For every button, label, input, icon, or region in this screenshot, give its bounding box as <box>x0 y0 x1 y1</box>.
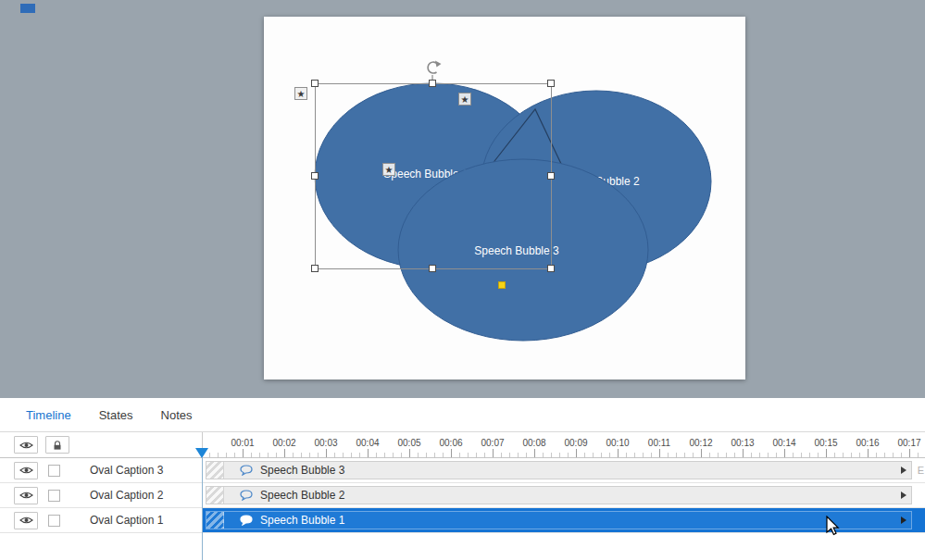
ruler-label: 00:06 <box>439 438 462 448</box>
corner-artifact <box>20 4 35 13</box>
adjust-handle[interactable] <box>499 282 506 289</box>
canvas-area[interactable]: Speech Bubble 1 Speech Bubble 2 Speech B… <box>0 0 925 398</box>
bar-end-arrow-icon[interactable] <box>901 516 906 524</box>
animation-star-icon[interactable]: ★ <box>295 88 307 100</box>
slide[interactable]: Speech Bubble 1 Speech Bubble 2 Speech B… <box>264 17 745 380</box>
row-left-oval-caption-1: Oval Caption 1 <box>0 508 202 532</box>
resize-handle-sw[interactable] <box>312 266 319 272</box>
resize-handle-ne[interactable] <box>548 81 555 87</box>
timeline-header: 00:01 00:02 00:03 00:04 00:05 00:06 00:0… <box>0 432 925 458</box>
row-left-oval-caption-2: Oval Caption 2 <box>0 483 202 507</box>
ruler-label: 00:17 <box>897 438 920 448</box>
timeline-ruler[interactable]: 00:01 00:02 00:03 00:04 00:05 00:06 00:0… <box>202 432 925 457</box>
bar-end-arrow-icon[interactable] <box>901 492 906 499</box>
ruler-label: 00:10 <box>606 438 629 448</box>
ruler-label: 00:13 <box>731 438 754 448</box>
lock-checkbox[interactable] <box>48 490 60 502</box>
speech-bubble-icon <box>240 515 253 526</box>
lock-checkbox[interactable] <box>48 465 60 477</box>
resize-handle-w[interactable] <box>312 173 319 180</box>
animation-star-icon[interactable]: ★ <box>383 164 395 176</box>
track-oval-caption-3[interactable]: Speech Bubble 3 E <box>202 458 925 482</box>
speech-bubble-icon <box>240 490 253 501</box>
timeline-toolbar <box>0 432 202 457</box>
tab-states[interactable]: States <box>99 408 133 422</box>
lock-checkbox[interactable] <box>48 515 60 527</box>
timeline-row-selected[interactable]: Oval Caption 1 Speech Bubble 1 <box>0 508 925 533</box>
visibility-toggle[interactable] <box>14 462 38 479</box>
shape-label-3: Speech Bubble 3 <box>474 244 559 257</box>
lock-all-button[interactable] <box>45 436 69 454</box>
animation-star-icon[interactable]: ★ <box>459 93 471 106</box>
ruler-label: 00:11 <box>648 438 670 448</box>
tab-notes[interactable]: Notes <box>161 408 193 422</box>
track-oval-caption-2[interactable]: Speech Bubble 2 <box>202 483 925 507</box>
ruler-label: 00:12 <box>689 438 712 448</box>
object-name: Oval Caption 1 <box>90 514 163 527</box>
resize-handle-nw[interactable] <box>312 81 319 87</box>
tab-timeline[interactable]: Timeline <box>26 408 71 422</box>
application-window: Speech Bubble 1 Speech Bubble 2 Speech B… <box>0 0 925 560</box>
visibility-toggle[interactable] <box>14 512 38 529</box>
resize-handle-e[interactable] <box>548 173 555 180</box>
show-hide-all-button[interactable] <box>14 436 38 454</box>
slide-graphics: Speech Bubble 1 Speech Bubble 2 Speech B… <box>264 17 745 380</box>
timeline-row[interactable]: Oval Caption 2 Speech Bubble 2 <box>0 483 925 508</box>
ruler-label: 00:05 <box>397 438 420 448</box>
panel-tabs: Timeline States Notes <box>0 398 925 432</box>
ruler-label: 00:03 <box>314 438 337 448</box>
ruler-label: 00:09 <box>564 438 587 448</box>
eye-icon <box>19 441 33 450</box>
timeline-panel: Timeline States Notes <box>0 398 925 560</box>
lock-icon <box>52 440 63 451</box>
svg-text:★: ★ <box>461 94 469 105</box>
speech-bubble-icon <box>240 465 253 476</box>
resize-handle-n[interactable] <box>430 81 436 87</box>
timebar-speech-bubble-2[interactable]: Speech Bubble 2 <box>206 486 912 504</box>
ruler-label: 00:15 <box>814 438 837 448</box>
clipped-edge-text: E <box>918 465 924 476</box>
timeline-row[interactable]: Oval Caption 3 Speech Bubble 3 E <box>0 458 925 483</box>
timeline-empty-area <box>0 533 925 560</box>
object-name: Oval Caption 2 <box>90 489 163 502</box>
timebar-speech-bubble-3[interactable]: Speech Bubble 3 <box>206 461 912 479</box>
ruler-label: 00:02 <box>272 438 295 448</box>
visibility-toggle[interactable] <box>14 487 38 504</box>
ruler-label: 00:07 <box>481 438 504 448</box>
svg-text:★: ★ <box>385 165 394 175</box>
bar-end-arrow-icon[interactable] <box>901 467 906 474</box>
timebar-speech-bubble-1[interactable]: Speech Bubble 1 <box>206 511 912 529</box>
eye-icon <box>19 516 33 525</box>
ruler-label: 00:04 <box>356 438 379 448</box>
resize-handle-s[interactable] <box>430 266 436 272</box>
track-oval-caption-1[interactable]: Speech Bubble 1 <box>202 508 925 532</box>
eye-icon <box>19 466 33 475</box>
timebar-label: Speech Bubble 3 <box>260 464 344 477</box>
resize-handle-se[interactable] <box>548 266 555 272</box>
ruler-label: 00:14 <box>772 438 795 448</box>
ruler-label: 00:01 <box>231 438 254 448</box>
timebar-label: Speech Bubble 1 <box>260 514 344 527</box>
svg-text:★: ★ <box>297 89 306 99</box>
eye-icon <box>19 491 33 500</box>
playhead-marker[interactable] <box>195 448 208 458</box>
object-name: Oval Caption 3 <box>90 464 163 477</box>
rotation-handle-arrowhead <box>435 61 442 68</box>
ruler-label: 00:08 <box>522 438 545 448</box>
ruler-label: 00:16 <box>856 438 879 448</box>
timebar-label: Speech Bubble 2 <box>260 489 344 502</box>
row-left-oval-caption-3: Oval Caption 3 <box>0 458 202 482</box>
